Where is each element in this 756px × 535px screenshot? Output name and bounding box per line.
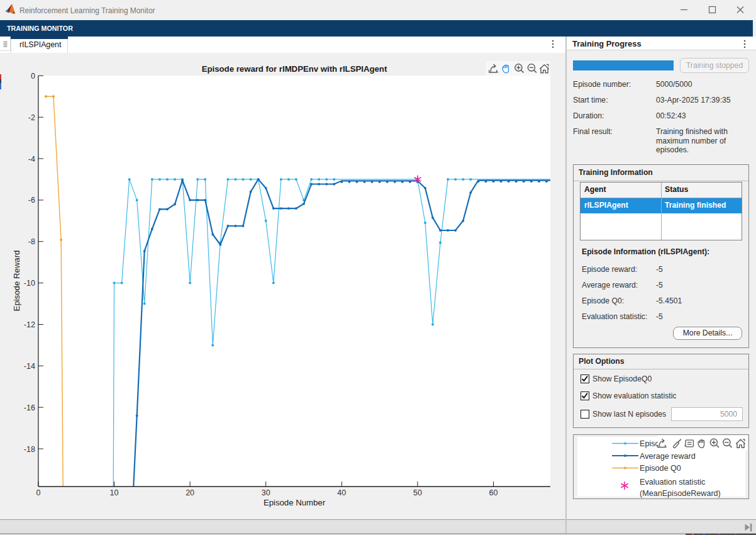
svg-text:Episode Q0: Episode Q0 [640, 464, 681, 473]
svg-text:-14: -14 [24, 362, 35, 371]
svg-text:-10: -10 [24, 279, 35, 288]
svg-text:20: 20 [186, 488, 194, 497]
svg-text:-18: -18 [24, 445, 35, 454]
svg-text:50: 50 [413, 488, 422, 497]
svg-text:-16: -16 [24, 403, 35, 412]
svg-text:Episode reward for rIMDPEnv wi: Episode reward for rIMDPEnv with rILSPIA… [202, 64, 387, 74]
svg-text:40: 40 [337, 488, 346, 497]
svg-text:60: 60 [489, 488, 498, 497]
svg-text:10: 10 [110, 488, 119, 497]
svg-text:(MeanEpisodeReward): (MeanEpisodeReward) [640, 489, 721, 498]
svg-text:-2: -2 [28, 113, 35, 122]
svg-text:Episode Number: Episode Number [264, 498, 326, 507]
svg-text:-12: -12 [24, 320, 35, 329]
svg-text:0: 0 [31, 72, 35, 81]
svg-text:-6: -6 [28, 196, 35, 205]
svg-text:Episode Reward: Episode Reward [12, 251, 21, 312]
svg-text:0: 0 [36, 488, 40, 497]
svg-text:-8: -8 [28, 237, 35, 246]
svg-text:30: 30 [262, 488, 270, 497]
svg-text:Evaluation statistic: Evaluation statistic [640, 478, 705, 487]
svg-text:-4: -4 [28, 155, 35, 164]
